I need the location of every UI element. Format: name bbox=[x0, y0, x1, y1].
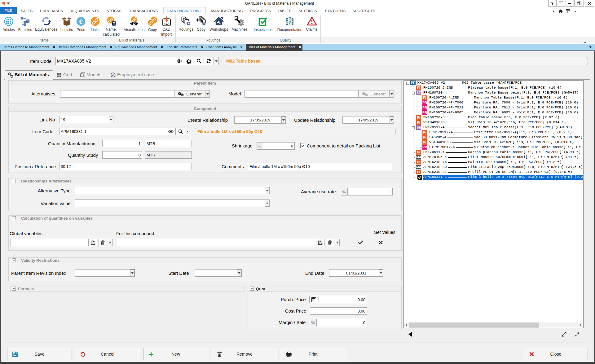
svg-text:€: € bbox=[79, 18, 83, 25]
svg-text:CAO: CAO bbox=[164, 23, 169, 26]
